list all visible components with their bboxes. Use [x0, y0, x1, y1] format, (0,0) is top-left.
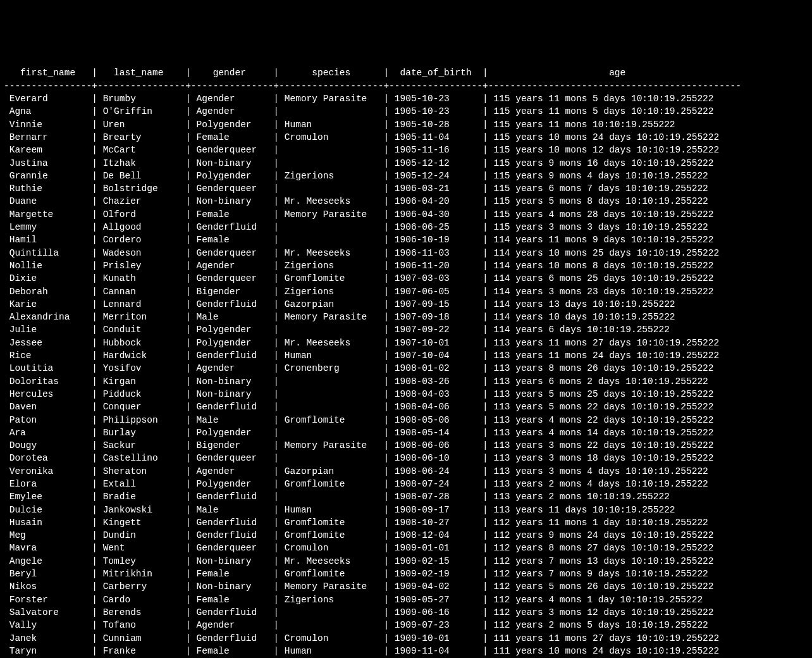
table-row: Paton | Philippson | Male | Gromflomite … [4, 414, 808, 426]
table-row: Hercules | Pidduck | Non-binary | | 1908… [4, 388, 808, 400]
table-row: Daven | Conquer | Genderfluid | | 1908-0… [4, 400, 808, 413]
table-row: Nollie | Prisley | Agender | Zigerions |… [4, 259, 808, 272]
table-row: Everard | Brumby | Agender | Memory Para… [4, 92, 808, 105]
table-row: Janek | Cunniam | Genderfluid | Cromulon… [4, 632, 808, 645]
table-row: Agna | O'Griffin | Agender | | 1905-10-2… [4, 105, 808, 118]
table-row: Lemmy | Allgood | Genderfluid | | 1906-0… [4, 221, 808, 233]
table-row: Angele | Tomley | Non-binary | Mr. Meese… [4, 555, 808, 568]
table-row: Elora | Extall | Polygender | Gromflomit… [4, 478, 808, 490]
table-row: Karie | Lennard | Genderfluid | Gazorpia… [4, 298, 808, 311]
table-row: Duane | Chazier | Non-binary | Mr. Meese… [4, 195, 808, 208]
table-row: Dorotea | Castellino | Genderqueer | | 1… [4, 452, 808, 464]
table-row: Veronika | Sheraton | Agender | Gazorpia… [4, 465, 808, 478]
table-row: Hamil | Cordero | Female | | 1906-10-19 … [4, 233, 808, 246]
table-row: Loutitia | Yosifov | Agender | Cronenber… [4, 362, 808, 375]
table-row: Salvatore | Berends | Genderfluid | | 19… [4, 606, 808, 619]
table-row: Deborah | Cannan | Bigender | Zigerions … [4, 285, 808, 298]
table-row: Dougy | Sackur | Bigender | Memory Paras… [4, 439, 808, 452]
table-row: Grannie | De Bell | Polygender | Zigerio… [4, 170, 808, 182]
terminal-output[interactable]: first_name | last_name | gender | specie… [0, 64, 812, 658]
table-row: Forster | Cardo | Female | Zigerions | 1… [4, 593, 808, 606]
table-row: Kareem | McCart | Genderqueer | | 1905-1… [4, 144, 808, 156]
table-row: Ruthie | Bolstridge | Genderqueer | | 19… [4, 182, 808, 195]
table-row: Taryn | Franke | Female | Human | 1909-1… [4, 645, 808, 657]
table-separator: ----------------+----------------+------… [4, 80, 808, 92]
table-row: Jessee | Hubbock | Polygender | Mr. Mees… [4, 337, 808, 349]
table-row: Dulcie | Jankowski | Male | Human | 1908… [4, 504, 808, 516]
table-row: Bernarr | Brearty | Female | Cromulon | … [4, 131, 808, 144]
table-row: Nikos | Carberry | Non-binary | Memory P… [4, 580, 808, 593]
table-row: Alexandrina | Merriton | Male | Memory P… [4, 311, 808, 323]
table-row: Meg | Dundin | Genderfluid | Gromflomite… [4, 529, 808, 542]
table-row: Mavra | Went | Genderqueer | Cromulon | … [4, 542, 808, 554]
table-row: Dixie | Kunath | Genderqueer | Gromflomi… [4, 272, 808, 285]
table-header: first_name | last_name | gender | specie… [4, 66, 808, 79]
table-row: Margette | Olford | Female | Memory Para… [4, 208, 808, 221]
table-row: Husain | Kingett | Genderfluid | Gromflo… [4, 516, 808, 529]
table-row: Vally | Tofano | Agender | | 1909-07-23 … [4, 619, 808, 631]
table-row: Rice | Hardwick | Genderfluid | Human | … [4, 349, 808, 362]
table-row: Quintilla | Wadeson | Genderqueer | Mr. … [4, 247, 808, 259]
table-row: Ara | Burlay | Polygender | | 1908-05-14… [4, 426, 808, 439]
table-row: Emylee | Bradie | Genderfluid | | 1908-0… [4, 490, 808, 503]
table-row: Doloritas | Kirgan | Non-binary | | 1908… [4, 375, 808, 388]
table-row: Julie | Conduit | Polygender | | 1907-09… [4, 323, 808, 336]
table-row: Vinnie | Uren | Polygender | Human | 190… [4, 118, 808, 131]
table-row: Beryl | Mitrikhin | Female | Gromflomite… [4, 568, 808, 580]
table-row: Justina | Itzhak | Non-binary | | 1905-1… [4, 157, 808, 170]
